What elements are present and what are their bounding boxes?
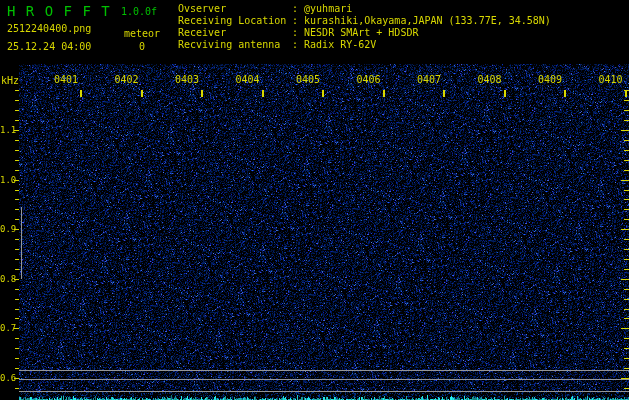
info-colon: :: [292, 39, 304, 50]
freq-label: 1.1: [0, 126, 13, 135]
time-label: 0407: [417, 75, 441, 85]
meteor-count: 0: [139, 41, 145, 52]
time-label: 0406: [357, 75, 381, 85]
time-label: 0410: [599, 75, 623, 85]
freq-label: 1.0: [0, 176, 13, 185]
info-value: Radix RY-62V: [304, 39, 376, 50]
info-colon: :: [292, 15, 304, 26]
time-label: 0408: [478, 75, 502, 85]
info-label: Recviving antenna: [178, 39, 292, 51]
version-label: 1.0.0f: [121, 6, 157, 17]
info-colon: :: [292, 27, 304, 38]
freq-label: 0.8: [0, 275, 13, 284]
time-label: 0402: [115, 75, 139, 85]
freq-label: 0.6: [0, 374, 13, 383]
spectrogram-canvas: [0, 0, 629, 400]
time-label: 0404: [236, 75, 260, 85]
info-value: kurashiki,Okayama,JAPAN (133.77E, 34.58N…: [304, 15, 551, 26]
observer-info: Ovserver: @yuhmariReceiving Location: ku…: [178, 3, 551, 51]
hrofft-window: H R O F F T 1.0.0f 2512240400.png meteor…: [0, 0, 629, 400]
info-row: Ovserver: @yuhmari: [178, 3, 551, 15]
info-label: Receiver: [178, 27, 292, 39]
info-row: Receiver: NESDR SMArt + HDSDR: [178, 27, 551, 39]
freq-label: 0.7: [0, 324, 13, 333]
info-row: Receiving Location: kurashiki,Okayama,JA…: [178, 15, 551, 27]
app-title: H R O F F T: [7, 3, 111, 19]
filename-label: 2512240400.png: [7, 23, 91, 34]
time-label: 0409: [538, 75, 562, 85]
info-value: NESDR SMArt + HDSDR: [304, 27, 418, 38]
khz-unit-label: kHz: [1, 75, 19, 86]
freq-label: 0.9: [0, 225, 13, 234]
info-colon: :: [292, 3, 304, 14]
datetime-label: 25.12.24 04:00: [7, 41, 91, 52]
time-label: 0405: [296, 75, 320, 85]
time-label: 0401: [54, 75, 78, 85]
info-label: Receiving Location: [178, 15, 292, 27]
info-value: @yuhmari: [304, 3, 352, 14]
time-label: 0403: [175, 75, 199, 85]
meteor-label: meteor: [124, 28, 160, 39]
info-label: Ovserver: [178, 3, 292, 15]
info-row: Recviving antenna: Radix RY-62V: [178, 39, 551, 51]
